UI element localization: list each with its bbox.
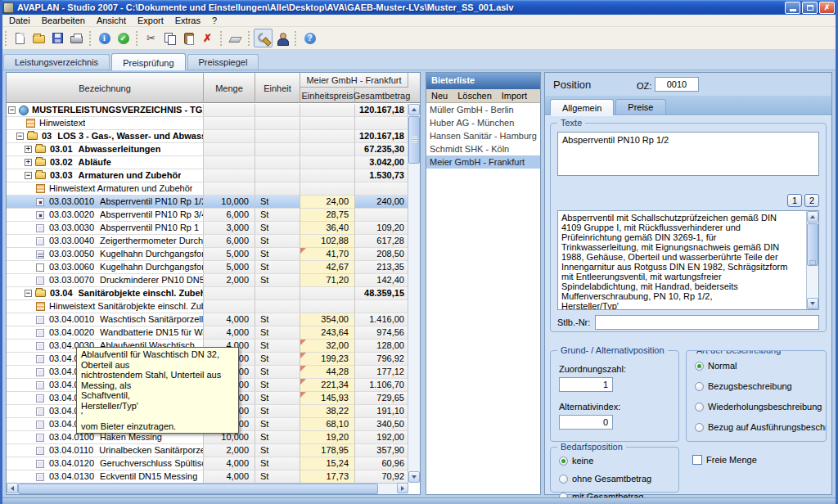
- lv-row[interactable]: 03.03.0040Zeigerthermometer Durchm. 80mm…: [7, 235, 408, 248]
- menu-item-item[interactable]: ?: [206, 15, 223, 26]
- short-text-input[interactable]: Absperrventil PN10 Rp 1/2: [557, 132, 819, 176]
- bedarf-radio[interactable]: [559, 457, 568, 466]
- bieter-menu-neu[interactable]: Neu: [426, 91, 453, 101]
- cell-einheitspreis[interactable]: 38,22: [300, 405, 355, 418]
- art-option-bezug-auf-ausführungsbeschreibung[interactable]: Bezug auf Ausführungsbeschreibung: [695, 422, 827, 432]
- cell-einheitspreis[interactable]: 41,70: [300, 248, 355, 261]
- help-button[interactable]: ?: [300, 29, 319, 47]
- cell-einheitspreis[interactable]: 221,34: [300, 379, 355, 392]
- cell-einheitspreis[interactable]: 44,28: [300, 366, 355, 379]
- column-header-einheitspreis[interactable]: Einheitspreis: [300, 88, 355, 103]
- horizontal-scrollbar[interactable]: [7, 483, 408, 494]
- minimize-button[interactable]: [785, 2, 800, 14]
- lv-row[interactable]: 03.03.0020Absperrventil PN10 Rp 3/46,000…: [7, 209, 408, 222]
- menu-item-ansicht[interactable]: Ansicht: [91, 15, 132, 26]
- bieter-menu-löschen[interactable]: Löschen: [453, 91, 497, 101]
- lv-row[interactable]: 03.03.0030Absperrventil PN10 Rp 13,000St…: [7, 222, 408, 235]
- art-radio[interactable]: [695, 423, 704, 432]
- tab-preisspiegel[interactable]: Preisspiegel: [187, 54, 259, 70]
- cell-einheitspreis[interactable]: 42,67: [300, 261, 355, 274]
- menu-item-datei[interactable]: Datei: [3, 15, 36, 26]
- cell-einheitspreis[interactable]: 354,00: [300, 313, 355, 326]
- lv-row[interactable]: 03.04.0120Geruchverschluss Spültisch4,00…: [7, 457, 408, 470]
- close-button[interactable]: ✗: [819, 2, 835, 14]
- expander-minus-icon[interactable]: −: [25, 172, 32, 179]
- bedarf-radio[interactable]: [559, 475, 568, 484]
- alternativindex-input[interactable]: 0: [559, 415, 613, 430]
- open-folder-button[interactable]: [29, 29, 48, 47]
- lv-row[interactable]: +03.02Abläufe3.042,00: [7, 156, 408, 169]
- lv-row[interactable]: −MUSTERLEISTUNGSVERZEICHNIS - TGA120.167…: [7, 104, 408, 117]
- bieter-item[interactable]: Schmidt SHK - Köln: [426, 142, 540, 155]
- new-file-button[interactable]: [11, 29, 29, 47]
- lv-row[interactable]: −03LOS 3 - Gas-, Wasser- und Abwasserins…: [7, 130, 408, 143]
- stlb-input[interactable]: [595, 315, 819, 330]
- art-radio[interactable]: [695, 362, 704, 371]
- column-header-bezeichnung[interactable]: Bezeichnung: [7, 73, 204, 103]
- lv-row[interactable]: 03.03.0010Absperrventil PN10 Rp 1/210,00…: [7, 196, 408, 209]
- lv-row[interactable]: −03.04Sanitärobjekte einschl. Zubehör48.…: [7, 287, 408, 300]
- column-header-einheit[interactable]: Einheit: [255, 73, 300, 103]
- tab-preisprüfung[interactable]: Preisprüfung: [111, 53, 185, 70]
- delete-button[interactable]: ✗: [198, 29, 217, 47]
- cell-einheitspreis[interactable]: 102,88: [300, 235, 355, 248]
- expander-plus-icon[interactable]: +: [25, 159, 32, 166]
- zuordnungszahl-input[interactable]: 1: [559, 377, 613, 392]
- paste-button[interactable]: [179, 29, 198, 47]
- cell-einheitspreis[interactable]: 24,00: [300, 196, 355, 209]
- cell-einheitspreis[interactable]: 15,24: [300, 457, 355, 470]
- art-radio[interactable]: [695, 382, 704, 391]
- longtext-scroll-up[interactable]: [807, 211, 818, 223]
- lv-row[interactable]: 03.04.0010Waschtisch Sanitärporzellan4,0…: [7, 313, 408, 326]
- cut-button[interactable]: ✂: [142, 29, 160, 47]
- bedarf-option-ohne-gesamtbetrag[interactable]: ohne Gesamtbetrag: [559, 474, 651, 484]
- art-option-normal[interactable]: Normal: [695, 361, 737, 371]
- expander-minus-icon[interactable]: −: [8, 106, 16, 114]
- save-button[interactable]: [48, 29, 67, 47]
- position-tab-preise[interactable]: Preise: [615, 99, 665, 115]
- scroll-left-button[interactable]: [7, 483, 18, 493]
- lv-row[interactable]: 03.04.0130Eckventil DN15 Messing4,000St1…: [7, 470, 408, 483]
- longtext-scroll-down[interactable]: [807, 298, 818, 309]
- expander-plus-icon[interactable]: +: [25, 146, 32, 153]
- copy-button[interactable]: [160, 29, 179, 47]
- lv-row[interactable]: +03.01Abwasserleitungen67.235,30: [7, 143, 408, 156]
- lv-row[interactable]: 03.03.0060Kugelhahn Durchgangsform R/R..…: [7, 261, 408, 274]
- vertical-scrollbar[interactable]: [408, 104, 420, 483]
- cell-einheitspreis[interactable]: 36,40: [300, 222, 355, 235]
- freie-menge-option[interactable]: Freie Menge: [692, 455, 757, 465]
- title-bar[interactable]: AVAPLAN - Studio 2007 - C:\Dokumente und…: [0, 0, 838, 15]
- lv-row[interactable]: Hinweistext: [7, 117, 408, 130]
- bidder-user-button[interactable]: [273, 29, 291, 47]
- bieter-menu-import[interactable]: Import: [497, 91, 532, 101]
- freie-menge-checkbox[interactable]: [692, 455, 702, 465]
- scroll-up-button[interactable]: [408, 104, 420, 115]
- column-header-menge[interactable]: Menge: [204, 73, 255, 103]
- lv-row[interactable]: 03.03.0070Druckminderer PN10 DN502,000St…: [7, 274, 408, 287]
- cell-einheitspreis[interactable]: 32,00: [300, 340, 355, 353]
- lv-row[interactable]: 03.03.0050Kugelhahn Durchgangsform R/R..…: [7, 248, 408, 261]
- text-button-2[interactable]: 2: [804, 194, 819, 207]
- bieter-item[interactable]: Hansen Sanitär - Hamburg: [426, 129, 540, 142]
- menu-item-extras[interactable]: Extras: [169, 15, 206, 26]
- cell-einheitspreis[interactable]: 68,10: [300, 418, 355, 431]
- art-option-bezugsbeschreibung[interactable]: Bezugsbeschreibung: [695, 381, 792, 391]
- long-text-area[interactable]: Absperrventil mit Schallschutzprüfzeiche…: [557, 210, 819, 310]
- bieter-item[interactable]: Huber AG - München: [426, 116, 540, 129]
- longtext-scrollbar[interactable]: [806, 211, 818, 309]
- expander-minus-icon[interactable]: −: [25, 290, 32, 297]
- cell-einheitspreis[interactable]: 178,95: [300, 444, 355, 457]
- lv-row[interactable]: 03.04.0020Wandbatterie DN15 für Waschtis…: [7, 326, 408, 340]
- bieter-item[interactable]: Meier GmbH - Frankfurt: [426, 155, 540, 169]
- info-button[interactable]: i: [95, 29, 114, 47]
- scroll-thumb[interactable]: [408, 116, 420, 164]
- restore-button[interactable]: [802, 2, 818, 14]
- settings-wrench-button[interactable]: [254, 29, 273, 47]
- lv-row[interactable]: Hinweistext Armaturen und Zubehör: [7, 182, 408, 196]
- print-button[interactable]: [67, 29, 86, 47]
- lv-row[interactable]: Hinweistext Sanitärobjekte einschl. Zube…: [7, 300, 408, 313]
- cell-einheitspreis[interactable]: 17,73: [300, 470, 355, 483]
- menu-item-export[interactable]: Export: [132, 15, 169, 26]
- hscroll-thumb[interactable]: [18, 484, 378, 494]
- column-header-gesamtbetrag[interactable]: Gesamtbetrag: [355, 88, 408, 103]
